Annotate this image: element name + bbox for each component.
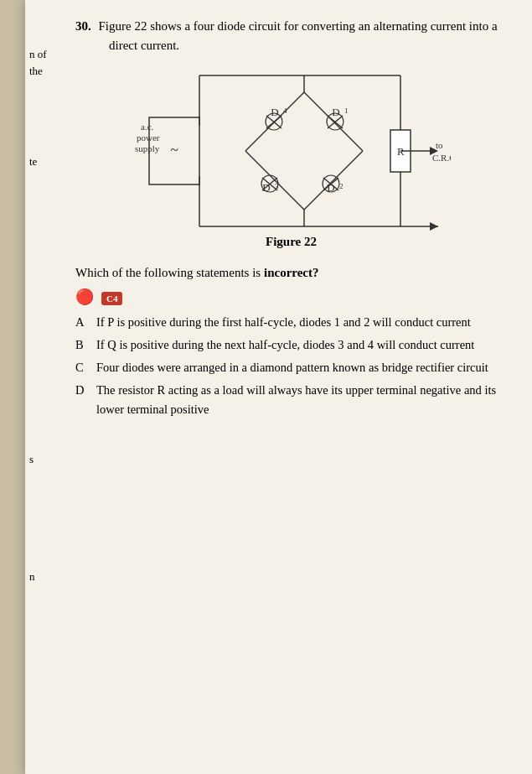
page-content: n of the te s n 30. Figure 22 shows a fo…: [25, 0, 532, 774]
question-number: 30.: [75, 19, 91, 33]
svg-text:~: ~: [170, 142, 178, 158]
option-a-letter: A: [75, 313, 96, 332]
option-c: C Four diodes were arranged in a diamond…: [75, 358, 507, 377]
options-list: A If P is positive during the first half…: [75, 313, 507, 420]
svg-text:2: 2: [339, 182, 343, 190]
option-d-letter: D: [75, 381, 96, 419]
option-d-text: The resistor R acting as a load will alw…: [96, 381, 498, 419]
left-margin: [0, 0, 25, 774]
margin-text-1: n of the: [29, 46, 47, 79]
svg-text:1: 1: [344, 106, 349, 115]
svg-text:power: power: [137, 132, 160, 143]
circuit-svg: ~ a.c. power supply D: [132, 67, 451, 235]
option-a: A If P is positive during the first half…: [75, 313, 507, 332]
margin-text-3: s: [29, 453, 34, 466]
svg-text:4: 4: [283, 106, 287, 115]
svg-text:to: to: [436, 140, 443, 150]
c4-badge: C4: [101, 292, 122, 305]
option-b: B If Q is positive during the next half-…: [75, 335, 507, 355]
option-b-text: If Q is positive during the next half-cy…: [96, 335, 498, 355]
figure-container: ~ a.c. power supply D: [75, 67, 507, 259]
question-text: 30. Figure 22 shows a four diode circuit…: [75, 17, 507, 55]
svg-line-6: [304, 92, 363, 151]
figure-caption: Figure 22: [266, 235, 317, 249]
incorrect-word: incorrect?: [264, 266, 319, 279]
svg-text:a.c.: a.c.: [141, 122, 154, 132]
svg-text:D: D: [271, 106, 278, 118]
which-statement: Which of the following statements is inc…: [75, 263, 507, 283]
margin-text-2: te: [29, 155, 37, 169]
option-c-letter: C: [75, 358, 96, 377]
svg-text:C.R.O.: C.R.O.: [432, 153, 451, 163]
circuit-diagram: ~ a.c. power supply D: [132, 67, 451, 235]
c4-marker: 🔴 C4: [75, 288, 122, 306]
svg-line-7: [304, 151, 363, 210]
svg-text:D: D: [332, 106, 339, 118]
option-c-text: Four diodes were arranged in a diamond p…: [96, 358, 498, 377]
margin-text-4: n: [29, 570, 35, 584]
option-b-letter: B: [75, 335, 96, 355]
option-a-text: If P is positive during the first half-c…: [96, 313, 498, 332]
option-d: D The resistor R acting as a load will a…: [75, 381, 507, 419]
svg-text:supply: supply: [135, 143, 160, 153]
